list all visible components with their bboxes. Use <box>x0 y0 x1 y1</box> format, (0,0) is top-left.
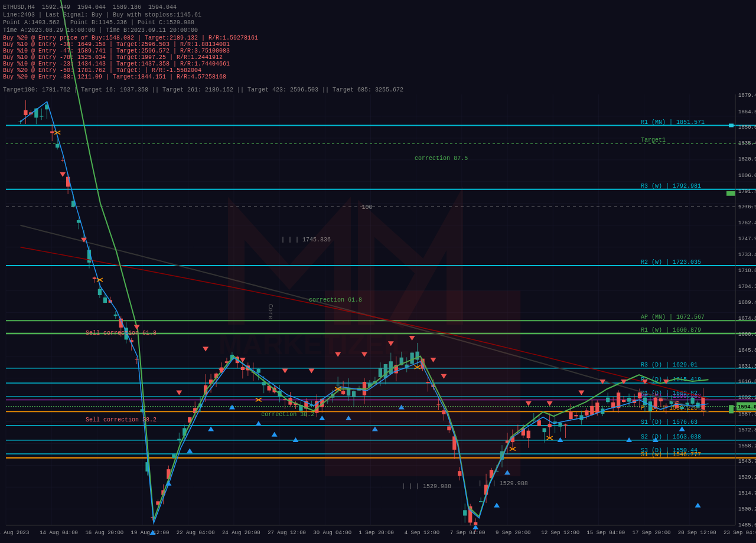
chart-container: MARKETIZEIL <box>0 0 756 543</box>
chart-canvas <box>0 0 756 543</box>
